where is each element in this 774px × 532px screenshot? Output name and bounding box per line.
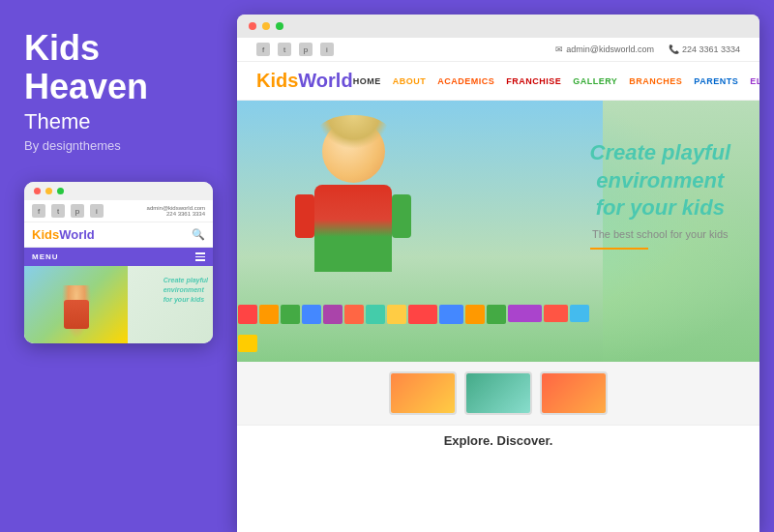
- mobile-hero-text: Create playful environment for your kids: [164, 276, 208, 304]
- pinterest-icon[interactable]: p: [299, 43, 313, 56]
- browser-chrome: [237, 15, 759, 38]
- thumbnail-2[interactable]: [464, 371, 532, 415]
- hamburger-line-1: [195, 252, 205, 254]
- mobile-dot-green: [57, 188, 64, 194]
- nav-home[interactable]: HOME: [353, 76, 381, 86]
- mobile-pinterest-icon: p: [71, 204, 84, 218]
- thumbnail-row: [237, 362, 759, 425]
- hero-subtext: The best school for your kids: [590, 228, 731, 240]
- theme-subtitle: Theme: [24, 109, 213, 134]
- browser-dot-green: [276, 22, 283, 30]
- right-panel: f t p i ✉ admin@kidsworld.com 📞 224 3361…: [237, 15, 759, 532]
- mobile-instagram-icon: i: [90, 204, 104, 218]
- mobile-hero-image: [24, 266, 128, 343]
- hero-section: Create playful environment for your kids…: [237, 101, 759, 362]
- nav-branches[interactable]: BRANCHES: [629, 76, 682, 86]
- theme-by: By designthemes: [24, 138, 213, 153]
- nav-franchise[interactable]: FRANCHISE: [506, 76, 561, 86]
- hero-image-area: [237, 101, 603, 362]
- mobile-menu-label: MENU: [32, 252, 59, 261]
- mobile-browser-bar: [24, 182, 213, 200]
- child-figure: [314, 120, 392, 272]
- explore-title: Explore. Discover.: [256, 433, 740, 448]
- hamburger-line-2: [195, 256, 205, 258]
- mobile-logo-bar: KidsWorld 🔍: [24, 222, 213, 248]
- mobile-dot-red: [34, 188, 41, 194]
- nav-gallery[interactable]: GALLERY: [573, 76, 617, 86]
- site-topbar: f t p i ✉ admin@kidsworld.com 📞 224 3361…: [237, 38, 759, 62]
- mobile-search-icon[interactable]: 🔍: [192, 228, 205, 241]
- nav-elements[interactable]: ELEMENTS: [750, 76, 759, 86]
- hamburger-icon: [195, 252, 205, 261]
- instagram-icon[interactable]: i: [320, 43, 334, 56]
- hamburger-line-3: [195, 259, 205, 261]
- hero-overlay-text: Create playful environment for your kids…: [590, 139, 731, 250]
- site-navbar: KidsWorld HOME ABOUT ACADEMICS FRANCHISE…: [237, 62, 759, 101]
- topbar-social-icons: f t p i: [256, 43, 334, 56]
- nav-academics[interactable]: ACADEMICS: [437, 76, 494, 86]
- browser-dot-yellow: [262, 22, 270, 30]
- mobile-twitter-icon: t: [51, 204, 65, 218]
- theme-title-block: Kids Heaven Theme By designthemes: [24, 29, 213, 153]
- browser-dot-red: [249, 22, 256, 30]
- explore-section: Explore. Discover.: [237, 425, 759, 456]
- thumbnail-3[interactable]: [540, 371, 608, 415]
- theme-title: Kids Heaven: [24, 29, 213, 105]
- hero-tagline: Create playful environment for your kids: [590, 139, 731, 222]
- facebook-icon[interactable]: f: [256, 43, 270, 56]
- toy-blocks: [237, 304, 603, 362]
- nav-links: HOME ABOUT ACADEMICS FRANCHISE GALLERY B…: [353, 74, 759, 87]
- nav-parents[interactable]: PARENTS: [694, 76, 738, 86]
- mobile-menu-bar[interactable]: MENU: [24, 248, 213, 266]
- thumbnail-1[interactable]: [389, 371, 457, 415]
- site-logo: KidsWorld: [256, 70, 353, 92]
- topbar-phone: 📞 224 3361 3334: [669, 44, 740, 54]
- mobile-mockup: f t p i admin@kidsworld.com 224 3361 333…: [24, 182, 213, 343]
- twitter-icon[interactable]: t: [278, 43, 291, 56]
- mobile-logo: KidsWorld: [32, 227, 95, 242]
- topbar-email: ✉ admin@kidsworld.com: [555, 44, 654, 54]
- hero-divider: [590, 248, 648, 250]
- mobile-contact-info: admin@kidsworld.com 224 3361 3334: [147, 205, 205, 217]
- mobile-hero: Create playful environment for your kids: [24, 266, 213, 343]
- mobile-social-icons: f t p i: [32, 204, 104, 218]
- browser-content: f t p i ✉ admin@kidsworld.com 📞 224 3361…: [237, 38, 759, 532]
- nav-about[interactable]: ABOUT: [393, 76, 427, 86]
- left-panel: Kids Heaven Theme By designthemes f t p …: [0, 0, 237, 532]
- mobile-topbar: f t p i admin@kidsworld.com 224 3361 333…: [24, 200, 213, 222]
- mobile-dot-yellow: [45, 188, 52, 194]
- mobile-facebook-icon: f: [32, 204, 45, 218]
- topbar-contact: ✉ admin@kidsworld.com 📞 224 3361 3334: [555, 44, 740, 54]
